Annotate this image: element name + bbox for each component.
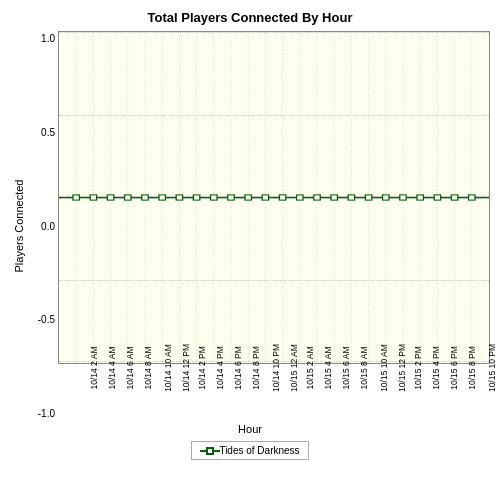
x-tick-label: 10/15 8 AM bbox=[359, 346, 369, 389]
svg-rect-41 bbox=[348, 195, 354, 200]
data-svg bbox=[59, 32, 489, 363]
x-tick-label: 10/15 2 PM bbox=[413, 346, 423, 389]
legend: Tides of Darkness bbox=[191, 441, 308, 460]
legend-label: Tides of Darkness bbox=[219, 445, 299, 456]
svg-rect-35 bbox=[245, 195, 251, 200]
x-tick-label: 10/14 12 PM bbox=[181, 344, 191, 392]
svg-rect-45 bbox=[417, 195, 423, 200]
y-tick-2: 0.5 bbox=[41, 127, 55, 138]
y-tick-4: -0.5 bbox=[38, 314, 55, 325]
x-tick-label: 10/15 8 PM bbox=[467, 346, 477, 389]
svg-rect-27 bbox=[107, 195, 113, 200]
chart-container: Total Players Connected By Hour Players … bbox=[0, 0, 500, 500]
svg-rect-26 bbox=[90, 195, 96, 200]
svg-rect-40 bbox=[331, 195, 337, 200]
svg-rect-32 bbox=[193, 195, 199, 200]
x-tick-label: 10/15 4 AM bbox=[323, 346, 333, 389]
svg-rect-43 bbox=[383, 195, 389, 200]
svg-rect-36 bbox=[262, 195, 268, 200]
plot-area bbox=[58, 31, 490, 364]
svg-rect-29 bbox=[142, 195, 148, 200]
svg-rect-33 bbox=[211, 195, 217, 200]
svg-rect-39 bbox=[314, 195, 320, 200]
y-tick-1: 1.0 bbox=[41, 33, 55, 44]
x-tick-label: 10/14 8 PM bbox=[251, 346, 261, 389]
svg-rect-42 bbox=[365, 195, 371, 200]
x-tick-label: 10/14 10 AM bbox=[163, 344, 173, 392]
x-tick-label: 10/15 10 AM bbox=[379, 344, 389, 392]
x-axis-labels: 10/14 2 AM10/14 4 AM10/14 6 AM10/14 8 AM… bbox=[58, 366, 490, 421]
x-tick-label: 10/15 4 PM bbox=[431, 346, 441, 389]
x-tick-label: 10/15 2 AM bbox=[305, 346, 315, 389]
svg-rect-34 bbox=[228, 195, 234, 200]
x-tick-label: 10/14 8 AM bbox=[143, 346, 153, 389]
x-axis-title: Hour bbox=[238, 423, 262, 435]
legend-icon bbox=[200, 447, 214, 455]
svg-rect-37 bbox=[279, 195, 285, 200]
legend-square bbox=[206, 447, 214, 455]
y-axis-label: Players Connected bbox=[10, 31, 28, 421]
x-tick-label: 10/14 2 PM bbox=[197, 346, 207, 389]
svg-rect-38 bbox=[297, 195, 303, 200]
x-tick-label: 10/15 12 AM bbox=[289, 344, 299, 392]
y-axis-ticks: 1.0 0.5 0.0 -0.5 -1.0 bbox=[28, 31, 58, 421]
y-tick-5: -1.0 bbox=[38, 408, 55, 419]
y-tick-3: 0.0 bbox=[41, 221, 55, 232]
svg-rect-47 bbox=[451, 195, 457, 200]
svg-rect-30 bbox=[159, 195, 165, 200]
x-tick-label: 10/14 6 AM bbox=[125, 346, 135, 389]
svg-rect-25 bbox=[73, 195, 79, 200]
x-tick-label: 10/15 6 AM bbox=[341, 346, 351, 389]
svg-rect-48 bbox=[469, 195, 475, 200]
x-tick-label: 10/15 6 PM bbox=[449, 346, 459, 389]
x-tick-label: 10/14 2 AM bbox=[88, 346, 98, 389]
x-tick-label: 10/14 6 PM bbox=[233, 346, 243, 389]
svg-rect-46 bbox=[434, 195, 440, 200]
x-tick-label: 10/14 10 PM bbox=[271, 344, 281, 392]
x-tick-label: 10/14 4 PM bbox=[215, 346, 225, 389]
plot-area-wrapper: 10/14 2 AM10/14 4 AM10/14 6 AM10/14 8 AM… bbox=[58, 31, 490, 421]
chart-title: Total Players Connected By Hour bbox=[148, 10, 353, 25]
svg-rect-44 bbox=[400, 195, 406, 200]
x-tick-label: 10/14 4 AM bbox=[107, 346, 117, 389]
chart-area: Players Connected 1.0 0.5 0.0 -0.5 -1.0 bbox=[10, 31, 490, 421]
x-tick-label: 10/15 10 PM bbox=[487, 344, 497, 392]
svg-rect-31 bbox=[176, 195, 182, 200]
x-tick-label: 10/15 12 PM bbox=[397, 344, 407, 392]
svg-rect-28 bbox=[125, 195, 131, 200]
